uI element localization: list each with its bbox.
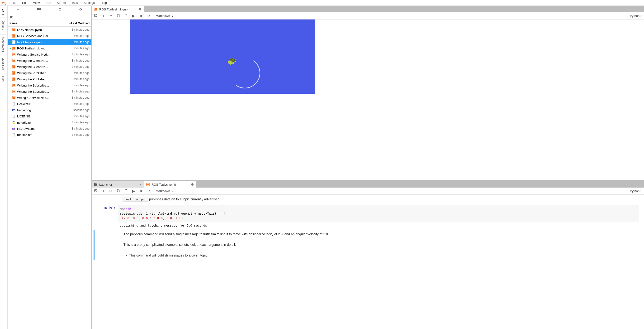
file-row[interactable]: Writing the Subscribe...8 minutes ago <box>8 88 92 95</box>
file-row[interactable]: frame.pngseconds ago <box>8 107 92 113</box>
file-row[interactable]: Writing the Client No...8 minutes ago <box>8 64 92 70</box>
file-modified: 8 minutes ago <box>72 34 90 38</box>
insert-cell-button[interactable]: ＋ <box>101 189 106 193</box>
filebrowser-toolbar: ＋ ⟳ <box>8 6 92 13</box>
file-row[interactable]: ROS Nodes.ipynb8 minutes ago <box>8 27 92 33</box>
file-type-icon <box>12 59 16 63</box>
menu-tabs[interactable]: Tabs <box>69 1 80 5</box>
stop-button[interactable]: ■ <box>139 14 144 18</box>
tab-ros-turtlesim[interactable]: ROS Turtlesim.ipynb <box>92 6 144 12</box>
svg-rect-39 <box>94 183 97 186</box>
file-name: frame.png <box>17 108 74 112</box>
copy-button[interactable] <box>116 189 121 193</box>
save-button[interactable] <box>94 189 98 193</box>
new-folder-button[interactable] <box>28 7 50 12</box>
restart-button[interactable]: ⟳ <box>147 189 151 193</box>
file-name: Writing the Publisher ... <box>17 71 72 75</box>
insert-cell-button[interactable]: ＋ <box>101 14 106 18</box>
file-row[interactable]: M↓README.md8 minutes ago <box>8 126 92 132</box>
celltype-selector[interactable]: Markdown⌄ <box>156 189 174 193</box>
celltype-selector[interactable]: Markdown⌄ <box>156 14 174 18</box>
tab-ros-topics[interactable]: ROS Topics.ipynb <box>144 181 196 188</box>
save-button[interactable] <box>94 14 98 18</box>
menu-view[interactable]: View <box>31 1 42 5</box>
file-row[interactable]: •ROS Turtlesim.ipynb8 minutes ago <box>8 45 92 51</box>
paste-button[interactable] <box>124 14 128 18</box>
file-row[interactable]: nbturtle.py8 minutes ago <box>8 119 92 126</box>
file-type-icon <box>12 40 16 44</box>
cut-button[interactable]: ✂ <box>109 14 113 18</box>
file-row[interactable]: Wrting a Service Nod...8 minutes ago <box>8 95 92 101</box>
file-row[interactable]: Writing the Publisher ...8 minutes ago <box>8 70 92 76</box>
stop-button[interactable]: ■ <box>139 189 144 193</box>
file-row[interactable]: Dockerfile8 minutes ago <box>8 101 92 107</box>
menu-help[interactable]: Help <box>98 1 109 5</box>
rail-tab-tabs[interactable]: Tabs <box>0 73 7 85</box>
code-cell[interactable]: In [9]: %%bash rostopic pub -1 /turtle1/… <box>92 204 644 230</box>
svg-rect-8 <box>13 35 15 37</box>
svg-rect-6 <box>13 29 15 31</box>
cut-button[interactable]: ✂ <box>109 189 113 193</box>
file-type-icon <box>12 84 16 87</box>
file-modified: 8 minutes ago <box>72 41 90 44</box>
file-row[interactable]: Writing a Service Nod...8 minutes ago <box>8 51 92 58</box>
kernel-name[interactable]: Python 2 <box>630 189 642 193</box>
active-cell[interactable]: The previous command will send a single … <box>94 230 644 260</box>
left-rail: Files Running Commands Cell Tools Tabs <box>0 6 8 329</box>
breadcrumb[interactable] <box>8 13 92 20</box>
file-type-icon <box>12 121 16 124</box>
menu-run[interactable]: Run <box>43 1 54 5</box>
menu-edit[interactable]: Edit <box>20 1 30 5</box>
file-modified: 8 minutes ago <box>72 127 90 130</box>
file-row[interactable]: LICENSE8 minutes ago <box>8 113 92 119</box>
code-input[interactable]: %%bash rostopic pub -1 /turtle1/cmd_vel … <box>118 205 639 222</box>
new-launcher-button[interactable]: ＋ <box>8 7 28 12</box>
markdown-cell[interactable]: rostopic pub publishes data on to a topi… <box>92 195 644 204</box>
menu-kernel[interactable]: Kernel <box>54 1 68 5</box>
file-type-icon <box>12 90 16 93</box>
notebook-content-top[interactable]: 🐢 <box>92 20 644 180</box>
svg-rect-20 <box>13 72 15 74</box>
svg-rect-14 <box>13 54 15 55</box>
file-row[interactable]: runtime.txt8 minutes ago <box>8 132 92 138</box>
cell-prompt: In [9]: <box>92 205 118 229</box>
file-modified: 8 minutes ago <box>72 133 90 136</box>
svg-rect-22 <box>13 78 15 80</box>
notebook-icon <box>146 183 150 186</box>
svg-text:M↓: M↓ <box>13 128 14 130</box>
run-button[interactable]: ▶ <box>132 189 136 193</box>
tab-close-button[interactable]: × <box>140 183 141 186</box>
upload-button[interactable] <box>50 7 70 12</box>
kernel-name[interactable]: Python 2 <box>630 14 642 18</box>
file-row[interactable]: ROS Services and Par...8 minutes ago <box>8 33 92 39</box>
file-name: ROS Turtlesim.ipynb <box>17 47 72 50</box>
main-area: ROS Turtlesim.ipynb ＋ ✂ ▶ ■ ⟳ Markdown⌄ … <box>92 6 644 329</box>
rail-tab-files[interactable]: Files <box>0 6 7 18</box>
svg-rect-40 <box>95 184 96 184</box>
copy-button[interactable] <box>116 14 121 18</box>
menu-settings[interactable]: Settings <box>81 1 97 5</box>
file-modified: seconds ago <box>74 108 90 112</box>
refresh-button[interactable]: ⟳ <box>70 7 92 12</box>
restart-button[interactable]: ⟳ <box>147 14 151 18</box>
run-button[interactable]: ▶ <box>132 14 136 18</box>
file-row[interactable]: •ROS Topics.ipynb8 minutes ago <box>8 39 92 45</box>
markdown-bullet: This command will publish messages to a … <box>129 253 613 258</box>
rail-tab-celltools[interactable]: Cell Tools <box>0 55 7 73</box>
rail-tab-commands[interactable]: Commands <box>0 34 7 55</box>
notebook-content-bottom[interactable]: rostopic pub publishes data on to a topi… <box>92 195 644 329</box>
svg-rect-42 <box>95 185 96 185</box>
paste-button[interactable] <box>124 189 128 193</box>
file-row[interactable]: Writing the Publisher ...8 minutes ago <box>8 76 92 82</box>
file-modified: 8 minutes ago <box>72 53 90 56</box>
file-name: Writing the Subscribe... <box>17 84 72 87</box>
tab-launcher[interactable]: Launcher × <box>92 181 144 188</box>
rail-tab-running[interactable]: Running <box>0 18 7 34</box>
menu-file[interactable]: File <box>9 1 19 5</box>
file-type-icon <box>12 133 16 137</box>
file-row[interactable]: Writing the Subscribe...8 minutes ago <box>8 82 92 88</box>
filebrowser-header[interactable]: Name ▲ Last Modified <box>8 20 92 27</box>
file-type-icon <box>12 34 16 38</box>
markdown-cell[interactable]: The previous command will send a single … <box>96 230 644 260</box>
file-row[interactable]: Writing the Client No...8 minutes ago <box>8 58 92 64</box>
